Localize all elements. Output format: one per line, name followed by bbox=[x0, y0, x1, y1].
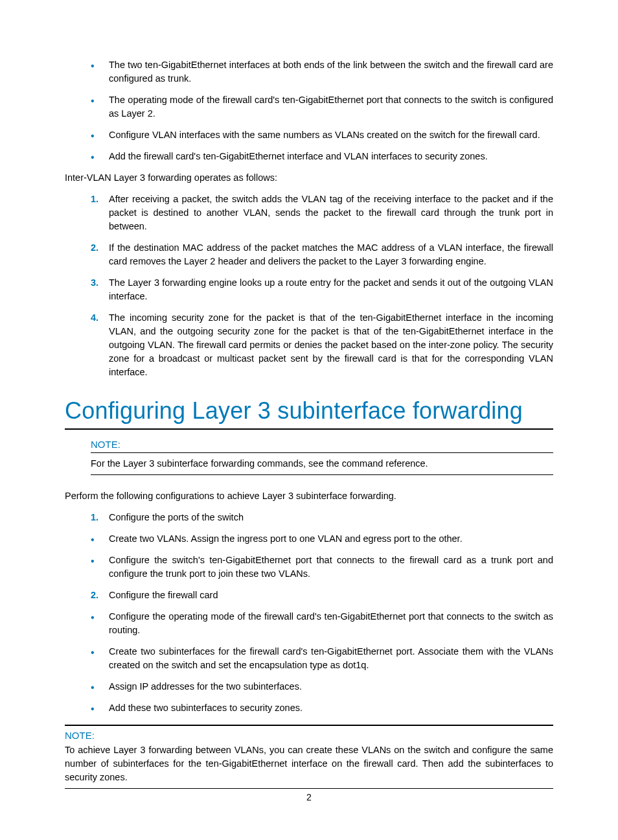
step-number: 4. bbox=[91, 311, 98, 325]
list-item: Add these two subinterfaces to security … bbox=[91, 701, 553, 715]
step-text: After receiving a packet, the switch add… bbox=[109, 194, 553, 231]
list-item: The two ten-GigabitEthernet interfaces a… bbox=[91, 58, 553, 86]
list-item: Add the firewall card's ten-GigabitEther… bbox=[91, 150, 553, 163]
list-item: 3.The Layer 3 forwarding engine looks up… bbox=[91, 276, 553, 303]
step-number: 2. bbox=[91, 589, 98, 602]
step-text: The Layer 3 forwarding engine looks up a… bbox=[109, 277, 553, 301]
step-number: 2. bbox=[91, 241, 98, 255]
step1-bullets: Create two VLANs. Assign the ingress por… bbox=[91, 532, 553, 581]
list-item: The operating mode of the firewall card'… bbox=[91, 93, 553, 121]
list-item: 1.After receiving a packet, the switch a… bbox=[91, 192, 553, 233]
list-item: 2.Configure the firewall card bbox=[91, 589, 553, 602]
note-top-rule bbox=[65, 725, 553, 726]
perform-intro: Perform the following configurations to … bbox=[65, 489, 553, 503]
page-number: 2 bbox=[0, 792, 618, 802]
heading-rule bbox=[65, 428, 553, 430]
inter-vlan-steps: 1.After receiving a packet, the switch a… bbox=[91, 192, 553, 379]
note-box-1: NOTE: For the Layer 3 subinterface forwa… bbox=[91, 439, 553, 475]
config-step-1: 1.Configure the ports of the switch bbox=[91, 511, 553, 524]
note-divider bbox=[91, 452, 553, 453]
note-label: NOTE: bbox=[65, 730, 553, 741]
step-text: Configure the ports of the switch bbox=[109, 512, 244, 522]
list-item: Configure the switch's ten-GigabitEthern… bbox=[91, 554, 553, 581]
step-text: If the destination MAC address of the pa… bbox=[109, 242, 553, 266]
list-item: Create two VLANs. Assign the ingress por… bbox=[91, 532, 553, 546]
note-divider bbox=[91, 474, 553, 475]
list-item: Configure VLAN interfaces with the same … bbox=[91, 128, 553, 142]
note-box-2: NOTE: To achieve Layer 3 forwarding betw… bbox=[65, 725, 553, 789]
step2-bullets: Configure the operating mode of the fire… bbox=[91, 610, 553, 715]
config-step-2: 2.Configure the firewall card bbox=[91, 589, 553, 602]
list-item: Configure the operating mode of the fire… bbox=[91, 610, 553, 637]
note-text: For the Layer 3 subinterface forwarding … bbox=[91, 457, 553, 471]
note-text: To achieve Layer 3 forwarding between VL… bbox=[65, 743, 553, 784]
step-number: 3. bbox=[91, 276, 98, 290]
top-bullet-list: The two ten-GigabitEthernet interfaces a… bbox=[91, 58, 553, 163]
list-item: 1.Configure the ports of the switch bbox=[91, 511, 553, 524]
list-item: 4.The incoming security zone for the pac… bbox=[91, 311, 553, 379]
step-text: Configure the firewall card bbox=[109, 590, 218, 600]
page-content: The two ten-GigabitEthernet interfaces a… bbox=[65, 58, 553, 789]
inter-vlan-intro: Inter-VLAN Layer 3 forwarding operates a… bbox=[65, 171, 553, 185]
section-heading: Configuring Layer 3 subinterface forward… bbox=[65, 397, 553, 425]
step-number: 1. bbox=[91, 511, 98, 524]
step-text: The incoming security zone for the packe… bbox=[109, 312, 553, 377]
note-divider bbox=[65, 788, 553, 789]
list-item: Create two subinterfaces for the firewal… bbox=[91, 645, 553, 672]
note-label: NOTE: bbox=[91, 439, 553, 450]
list-item: Assign IP addresses for the two subinter… bbox=[91, 680, 553, 694]
list-item: 2.If the destination MAC address of the … bbox=[91, 241, 553, 268]
step-number: 1. bbox=[91, 192, 98, 206]
